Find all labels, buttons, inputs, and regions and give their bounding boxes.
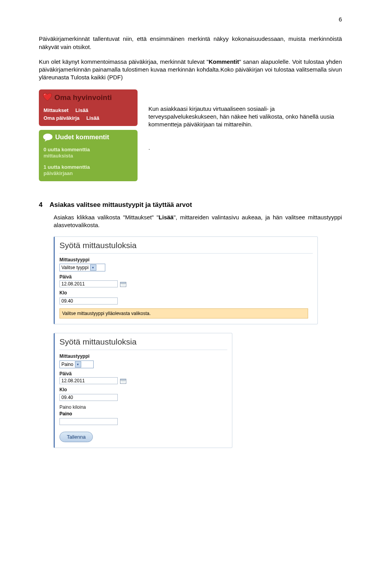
- comments-title: Uudet kommentit: [55, 133, 109, 142]
- paragraph-1: Päiväkirjamerkinnät tallentuvat niin, et…: [39, 35, 342, 51]
- page-number: 6: [39, 16, 342, 23]
- paragraph-2: Kun olet käynyt kommentoimassa päiväkirj…: [39, 58, 342, 82]
- section-4-body-a: Asiakas klikkaa valikosta "Mittaukset" ": [54, 214, 159, 220]
- form1-time-input[interactable]: 09.40: [59, 298, 118, 304]
- comments-stat-diary[interactable]: 1 uutta kommenttia päiväkirjaan: [39, 162, 138, 182]
- form1-time-value: 09.40: [61, 298, 73, 304]
- form2-day-input[interactable]: 12.08.2011: [59, 377, 118, 384]
- comments-count-diary: 1 uutta kommenttia: [44, 164, 133, 170]
- paragraph-2-text-a: Kun olet käynyt kommentoimassa päiväkirj…: [39, 58, 209, 65]
- section-4-body: Asiakas klikkaa valikosta "Mittaukset" "…: [54, 214, 342, 229]
- form2-title: Syötä mittaustuloksia: [59, 336, 227, 350]
- form1-day-label: Päivä: [59, 274, 313, 280]
- comments-panel: Uudet kommentit 0 uutta kommenttia mitta…: [39, 130, 138, 181]
- wellbeing-panel: Oma hyvinvointi Mittaukset Lisää Oma päi…: [39, 89, 138, 126]
- section-4-title: Asiakas valitsee mittaustyypit ja täyttä…: [49, 201, 342, 210]
- svg-rect-7: [120, 379, 126, 380]
- svg-point-0: [43, 133, 52, 140]
- form2-day-label: Päivä: [59, 371, 227, 377]
- side-description: Kun asiakkaasi kirjautuu virtuaaliseen s…: [148, 89, 342, 152]
- measurement-form-2: Syötä mittaustuloksia Mittaustyyppi Pain…: [54, 333, 232, 448]
- comments-sub-measurements: mittauksista: [44, 153, 133, 159]
- paragraph-1-text: Päiväkirjamerkinnät tallentuvat niin, et…: [39, 35, 342, 50]
- form1-type-value: Valitse tyyppi: [61, 264, 89, 271]
- save-button[interactable]: Tallenna: [59, 432, 93, 443]
- form1-day-value: 12.08.2011: [61, 281, 85, 287]
- chevron-down-icon: ▾: [90, 264, 96, 271]
- calendar-icon[interactable]: [120, 281, 126, 287]
- form2-type-value: Paino: [61, 361, 73, 368]
- wellbeing-title: Oma hyvinvointi: [54, 93, 112, 103]
- comments-sub-diary: päiväkirjaan: [44, 170, 133, 177]
- side-description-dot: .: [148, 144, 342, 152]
- form1-time-label: Klo: [59, 290, 313, 296]
- form1-day-input[interactable]: 12.08.2011: [59, 280, 118, 287]
- form2-time-input[interactable]: 09.40: [59, 394, 118, 401]
- form2-weight-input[interactable]: [59, 418, 118, 425]
- chevron-down-icon: ▾: [75, 361, 81, 368]
- section-4-body-bold: Lisää: [159, 214, 173, 220]
- form1-type-label: Mittaustyyppi: [59, 257, 313, 263]
- form2-day-value: 12.08.2011: [61, 378, 85, 384]
- wellbeing-measurements-add-link[interactable]: Lisää: [75, 107, 88, 113]
- speech-bubble-icon: [43, 133, 53, 142]
- form2-type-label: Mittaustyyppi: [59, 353, 227, 359]
- wellbeing-measurements-link[interactable]: Mittaukset: [44, 107, 68, 113]
- form2-kg-label: Paino kiloina: [59, 404, 227, 410]
- measurement-form-1: Syötä mittaustuloksia Mittaustyyppi Vali…: [54, 236, 318, 324]
- section-4-number: 4: [39, 201, 42, 210]
- comments-count-measurements: 0 uutta kommenttia: [44, 147, 133, 153]
- wellbeing-diary-link[interactable]: Oma päiväkirja: [44, 115, 80, 121]
- form1-title: Syötä mittaustuloksia: [59, 240, 313, 254]
- form1-notice: Valitse mittaustyyppi ylläolevasta valik…: [59, 308, 308, 318]
- heart-icon: [43, 93, 52, 102]
- side-description-body: Kun asiakkaasi kirjautuu virtuaaliseen s…: [148, 105, 342, 129]
- comments-stat-measurements[interactable]: 0 uutta kommenttia mittauksista: [39, 144, 138, 162]
- form2-weight-label: Paino: [59, 411, 227, 417]
- form2-time-label: Klo: [59, 387, 227, 393]
- svg-rect-2: [120, 282, 126, 284]
- paragraph-2-bold: Kommentit: [209, 58, 239, 65]
- wellbeing-diary-add-link[interactable]: Lisää: [86, 115, 99, 121]
- form2-type-select[interactable]: Paino ▾: [59, 360, 94, 368]
- form2-time-value: 09.40: [61, 394, 73, 401]
- calendar-icon[interactable]: [120, 378, 126, 383]
- form1-type-select[interactable]: Valitse tyyppi ▾: [59, 264, 105, 271]
